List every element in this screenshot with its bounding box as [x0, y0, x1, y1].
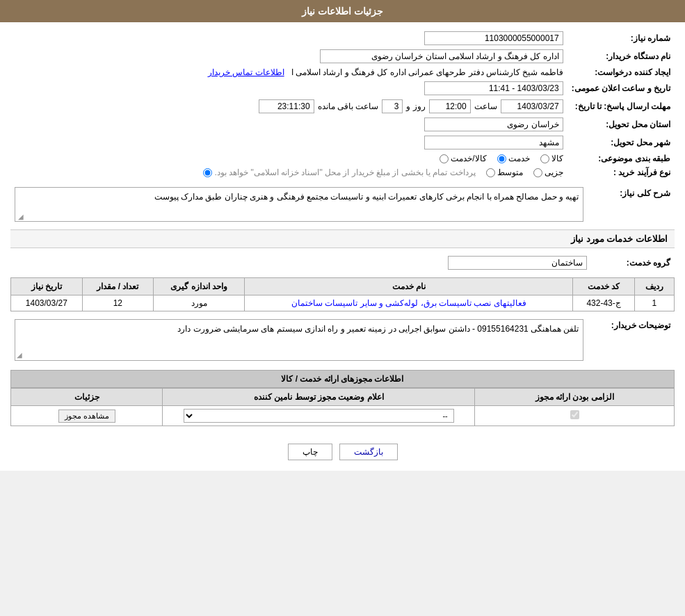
service-group-value: ساختمان: [448, 256, 587, 270]
category-khedmat[interactable]: خدمت: [497, 154, 530, 163]
cell-qty: 12: [82, 295, 153, 311]
page-title: جزئیات اطلاعات نیاز: [302, 6, 383, 17]
licenses-table-row: -- مشاهده مجوز: [11, 406, 675, 426]
services-section-title: اطلاعات خدمات مورد نیاز: [10, 229, 675, 248]
cell-code: ج-43-432: [573, 295, 634, 311]
process-asnad[interactable]: پرداخت تمام یا بخشی از مبلغ خریدار از مح…: [203, 168, 475, 177]
licenses-title: اطلاعات مجوزهای ارائه خدمت / کالا: [10, 370, 675, 388]
licenses-section: اطلاعات مجوزهای ارائه خدمت / کالا الزامی…: [10, 370, 675, 426]
col-date: تاریخ نیاز: [11, 278, 83, 295]
reply-days-value: 3: [382, 99, 403, 113]
col-qty: تعداد / مقدار: [82, 278, 153, 295]
license-view-button[interactable]: مشاهده مجوز: [58, 410, 115, 423]
description-table: شرح کلی نیاز: تهیه و حمل مصالح همراه با …: [10, 185, 675, 224]
buyer-notes-label: توضیحات خریدار:: [588, 317, 675, 363]
licenses-col-status: اعلام وضعیت مجوز توسط نامین کننده: [163, 389, 475, 406]
buyer-org-label: نام دستگاه خریدار:: [567, 47, 675, 65]
license-required-cell: [475, 406, 675, 426]
licenses-col-details: جزئیات: [11, 389, 163, 406]
buyer-notes-value: تلفن هماهنگی 09155164231 - داشتن سوابق ا…: [15, 319, 583, 361]
license-status-dropdown[interactable]: --: [184, 409, 454, 423]
city-value: مشهد: [424, 136, 563, 149]
resize-handle[interactable]: ◢: [17, 213, 24, 220]
reply-remaining-value: 23:11:30: [259, 99, 314, 113]
province-value: خراسان رضوی: [424, 117, 563, 131]
cell-date: 1403/03/27: [11, 295, 83, 311]
city-label: شهر محل تحویل:: [567, 133, 675, 152]
cell-row: 1: [634, 295, 674, 311]
print-button[interactable]: چاپ: [288, 444, 332, 460]
main-info-table: شماره نیاز: 1103000055000017 نام دستگاه …: [10, 29, 675, 179]
category-kala[interactable]: کالا: [540, 154, 563, 163]
category-kala-khedmat[interactable]: کالا/خدمت: [440, 154, 486, 163]
col-code: کد خدمت: [573, 278, 634, 295]
col-unit: واحد اندازه گیری: [154, 278, 245, 295]
need-number-value: 1103000055000017: [424, 31, 563, 45]
announce-date-value: 1403/03/23 - 11:41: [424, 81, 563, 95]
process-jozii[interactable]: جزیی: [533, 168, 563, 177]
footer-buttons: بازگشت چاپ: [0, 433, 685, 471]
reply-deadline-label: مهلت ارسال پاسخ: تا تاریخ:: [567, 97, 675, 115]
licenses-table: الزامی بودن ارائه مجوز اعلام وضعیت مجوز …: [10, 388, 675, 426]
creator-contact-link[interactable]: اطلاعات تماس خریدار: [208, 67, 284, 77]
services-table: ردیف کد خدمت نام خدمت واحد اندازه گیری ت…: [10, 277, 675, 311]
cell-name: فعالیتهای نصب تاسیسات برق، لوله‌کشی و سا…: [245, 295, 573, 311]
reply-time-label: ساعت: [474, 102, 497, 111]
license-status-cell[interactable]: --: [163, 406, 475, 426]
reply-days-label: روز و: [406, 102, 425, 111]
reply-remaining-label: ساعت باقی مانده: [318, 102, 379, 111]
page-header: جزئیات اطلاعات نیاز: [0, 0, 685, 22]
process-motavaset[interactable]: متوسط: [486, 168, 523, 177]
creator-value: فاطمه شیخ کارشناس دفتر طرحهای عمرانی ادا…: [291, 67, 563, 77]
cell-unit: مورد: [154, 295, 245, 311]
reply-date-value: 1403/03/27: [501, 99, 563, 113]
province-label: استان محل تحویل:: [567, 115, 675, 133]
col-row: ردیف: [634, 278, 674, 295]
buyer-org-value: اداره کل فرهنگ و ارشاد اسلامی استان خراس…: [320, 49, 563, 63]
process-label: نوع فرآیند خرید :: [567, 165, 675, 179]
license-required-checkbox: [570, 410, 579, 419]
need-number-label: شماره نیاز:: [567, 29, 675, 47]
buyer-notes-table: توضیحات خریدار: تلفن هماهنگی 09155164231…: [10, 317, 675, 363]
category-label: طبقه بندی موضوعی:: [567, 152, 675, 165]
creator-label: ایجاد کننده درخواست:: [567, 65, 675, 79]
description-label: شرح کلی نیاز:: [588, 185, 675, 224]
notes-resize-handle[interactable]: ◢: [17, 351, 22, 359]
licenses-col-required: الزامی بودن ارائه مجوز: [475, 389, 675, 406]
col-name: نام خدمت: [245, 278, 573, 295]
back-button[interactable]: بازگشت: [339, 444, 398, 460]
service-group-label: گروه خدمت:: [591, 254, 675, 272]
table-row: 1 ج-43-432 فعالیتهای نصب تاسیسات برق، لو…: [11, 295, 675, 311]
description-value: تهیه و حمل مصالح همراه با انجام برخی کار…: [15, 187, 583, 222]
reply-time-value: 12:00: [429, 99, 471, 113]
license-details-cell[interactable]: مشاهده مجوز: [11, 406, 163, 426]
announce-date-label: تاریخ و ساعت اعلان عمومی:: [567, 79, 675, 97]
service-group-table: گروه خدمت: ساختمان: [10, 254, 675, 272]
